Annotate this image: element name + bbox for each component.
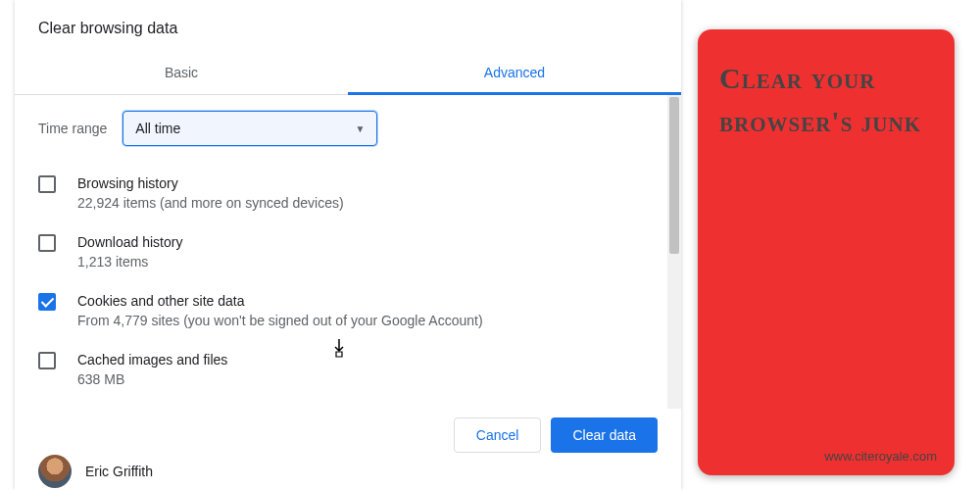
checkbox-download-history[interactable] bbox=[38, 234, 56, 252]
cancel-button[interactable]: Cancel bbox=[454, 417, 542, 453]
clear-browsing-data-dialog: Clear browsing data Basic Advanced Time … bbox=[15, 0, 681, 490]
checkbox-cached[interactable] bbox=[38, 352, 56, 369]
dialog-tabs: Basic Advanced bbox=[15, 53, 681, 95]
time-range-select[interactable]: All time ▼ bbox=[122, 111, 377, 146]
option-title: Cookies and other site data bbox=[77, 291, 658, 311]
option-sub: 1,213 items bbox=[77, 252, 658, 271]
scrollbar[interactable] bbox=[667, 95, 681, 409]
option-sub: 22,924 items (and more on synced devices… bbox=[77, 193, 658, 213]
option-cookies[interactable]: Cookies and other site data From 4,779 s… bbox=[38, 281, 658, 340]
time-range-label: Time range bbox=[38, 121, 107, 136]
promo-card: Clear your browser's junk www.citeroyale… bbox=[698, 29, 955, 475]
time-range-row: Time range All time ▼ bbox=[38, 111, 658, 146]
option-title: Browsing history bbox=[77, 173, 658, 193]
option-title: Download history bbox=[77, 232, 658, 252]
checkbox-browsing-history[interactable] bbox=[38, 175, 56, 193]
author-row: Eric Griffith bbox=[38, 455, 153, 488]
scrollbar-thumb[interactable] bbox=[669, 97, 679, 254]
clear-data-button[interactable]: Clear data bbox=[551, 417, 658, 453]
tab-basic[interactable]: Basic bbox=[15, 53, 348, 94]
option-cached[interactable]: Cached images and files 638 MB bbox=[38, 340, 658, 399]
option-download-history[interactable]: Download history 1,213 items bbox=[38, 222, 658, 281]
avatar bbox=[38, 455, 72, 488]
dialog-body: Time range All time ▼ Browsing history 2… bbox=[15, 95, 681, 409]
option-sub: From 4,779 sites (you won't be signed ou… bbox=[77, 311, 658, 330]
author-name: Eric Griffith bbox=[85, 464, 153, 479]
option-title: Cached images and files bbox=[77, 350, 658, 369]
time-range-value: All time bbox=[135, 121, 180, 136]
dialog-footer: Cancel Clear data bbox=[454, 417, 658, 453]
promo-url: www.citeroyale.com bbox=[824, 449, 937, 464]
tab-advanced[interactable]: Advanced bbox=[348, 53, 681, 94]
option-browsing-history[interactable]: Browsing history 22,924 items (and more … bbox=[38, 164, 658, 222]
chevron-down-icon: ▼ bbox=[355, 123, 365, 134]
promo-title: Clear your browser's junk bbox=[719, 57, 933, 143]
checkbox-cookies[interactable] bbox=[38, 293, 56, 311]
option-passwords[interactable]: Passwords and other sign-in data 430 pas… bbox=[38, 399, 658, 409]
dialog-title: Clear browsing data bbox=[15, 0, 681, 53]
option-sub: 638 MB bbox=[77, 369, 658, 389]
